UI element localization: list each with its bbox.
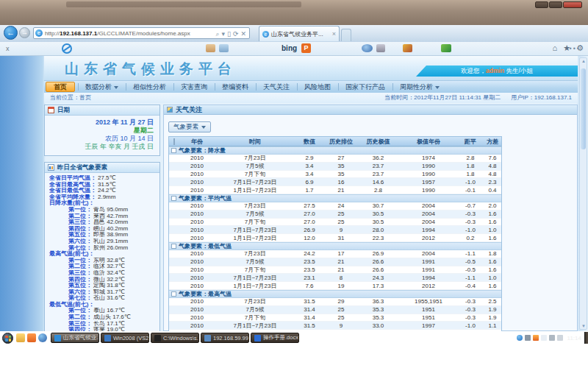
site-title: 山东省气候业务平台 <box>65 60 237 79</box>
nav-item-4[interactable]: 整编资料 <box>215 81 256 93</box>
compatibility-icon[interactable]: ▯ <box>227 30 231 38</box>
more-options-icon[interactable]: ••• <box>570 45 581 52</box>
background-window-controls <box>535 1 582 8</box>
forward-button[interactable]: → <box>19 27 30 38</box>
table-cell: 8 <box>324 275 358 281</box>
nav-item-0[interactable]: 首页 <box>46 82 75 92</box>
tray-network-icon[interactable] <box>549 335 555 341</box>
maximize-icon[interactable] <box>549 1 562 8</box>
nav-item-6[interactable]: 风险地图 <box>297 81 338 93</box>
disc-icon[interactable] <box>362 44 373 52</box>
table-cell: 2010 <box>179 219 215 225</box>
minimize-icon[interactable] <box>535 1 548 8</box>
table-cell: 1.8 <box>459 163 482 169</box>
table-cell: 1994 <box>398 275 459 281</box>
table-cell: 2004 <box>398 250 459 257</box>
window-icon <box>154 335 161 342</box>
scroll-up-icon[interactable]: ▲ <box>581 59 586 63</box>
nav-item-7[interactable]: 国家下行产品 <box>338 81 392 93</box>
scrollbar-thumb[interactable] <box>581 68 586 149</box>
card-icon[interactable] <box>206 44 215 52</box>
bing-badge-icon[interactable]: P <box>301 43 311 53</box>
camera-icon[interactable] <box>376 44 385 52</box>
stat-line: 全省日最高气温：31.5℃ <box>49 182 157 188</box>
chevron-down-icon[interactable]: ▾ <box>221 30 225 38</box>
taskbar-window-4[interactable]: 操作手册.docx ... <box>251 333 299 343</box>
refresh-icon[interactable]: ⟳ <box>233 30 239 38</box>
stop-icon[interactable]: ✕ <box>240 30 246 38</box>
vertical-scrollbar[interactable]: ▲ ▼ <box>579 57 587 330</box>
media-app-icon[interactable] <box>38 333 47 342</box>
table-cell: 4.8 <box>482 171 503 177</box>
table-row: 20107月5候3.43523.719901.84.8 <box>169 163 501 171</box>
close-bar-icon[interactable]: x <box>6 45 10 52</box>
bing-logo[interactable]: bing <box>282 44 297 52</box>
browser-tab[interactable]: e 山东省气候业务平... × <box>259 26 340 41</box>
taskbar-window-1[interactable]: Win2008 (VS2... <box>101 333 149 343</box>
blocked-content-icon[interactable] <box>62 43 72 54</box>
table-cell: 14.6 <box>358 179 398 185</box>
stats-panel-header: 昨日全省气象要素 <box>45 163 159 173</box>
main-navigation: 首页数据分析相似性分析灾害查询整编资料天气关注风险地图国家下行产品周期性分析 <box>44 81 578 93</box>
group-checkbox[interactable] <box>171 244 176 249</box>
app-orange-icon[interactable] <box>27 333 36 342</box>
new-tab-button[interactable] <box>341 29 351 41</box>
table-cell: 2010 <box>179 202 215 209</box>
group-checkbox[interactable] <box>171 196 176 201</box>
browser-toolbar: ← → e http://192.168.137.1/GLCCLIMATE/mo… <box>0 25 588 42</box>
tray-flame-icon[interactable] <box>533 335 539 341</box>
tray-update-icon[interactable] <box>525 335 531 341</box>
select-all-checkbox[interactable] <box>173 138 175 145</box>
table-cell: 2010 <box>179 179 215 185</box>
rocket-icon[interactable] <box>403 44 412 52</box>
taskbar-window-2[interactable]: C:\Windows\s... <box>151 333 199 343</box>
group-label: 气象要素：最高气温 <box>179 290 232 298</box>
mail-icon[interactable] <box>219 44 229 52</box>
table-cell: 26.9 <box>358 250 398 257</box>
nav-item-8[interactable]: 周期性分析 <box>392 81 447 93</box>
window-title: 192.168.59.99... <box>213 335 249 342</box>
table-cell: 7.6 <box>482 155 503 161</box>
folder-icon[interactable] <box>16 333 25 342</box>
taskbar-window-3[interactable]: 192.168.59.99... <box>201 333 249 343</box>
stat-line: 第三位：昌邑 42.0mm <box>49 219 157 226</box>
table-cell: 2010 <box>179 250 215 257</box>
tray-volume-icon[interactable] <box>557 335 563 341</box>
group-checkbox[interactable] <box>171 148 176 153</box>
table-row: 20107月下旬3.43523.719901.84.8 <box>169 171 501 179</box>
table-cell: 1.1 <box>482 322 503 329</box>
table-cell: 9 <box>324 227 358 233</box>
taskbar-window-0[interactable]: 山东省气候业.. <box>51 333 99 343</box>
table-row: 20107月1日~7月23日6.91614.61957-1.02.3 <box>169 178 501 186</box>
table-cell: 7月1日~7月23日 <box>215 226 295 234</box>
table-cell: 2010 <box>179 155 215 161</box>
home-icon[interactable]: ⌂ <box>553 43 558 53</box>
element-filter-button[interactable]: 气象要素 <box>168 121 211 132</box>
tray-ie-icon[interactable] <box>517 335 523 341</box>
group-checkbox[interactable] <box>171 291 176 297</box>
tray-flag-icon[interactable] <box>541 335 547 341</box>
table-cell: 1.8 <box>482 250 503 257</box>
table-cell: -1.0 <box>459 227 482 233</box>
back-button[interactable]: ← <box>4 26 18 40</box>
window-title: C:\Windows\s... <box>163 335 199 342</box>
table-cell: -1.1 <box>459 275 482 281</box>
stat-line: 第六位：郓城 31.7℃ <box>49 289 157 296</box>
table-row: 20107月5候31.42535.31951-0.31.9 <box>169 306 501 314</box>
show-desktop-button[interactable] <box>584 332 588 344</box>
close-icon[interactable] <box>563 1 582 8</box>
tab-close-icon[interactable]: × <box>332 30 336 38</box>
nav-item-2[interactable]: 相似性分析 <box>126 81 173 93</box>
addon-icon[interactable] <box>441 44 451 52</box>
table-row: 20107月23日31.52936.31955,1951-0.32.5 <box>169 298 501 306</box>
nav-item-5[interactable]: 天气关注 <box>256 81 297 93</box>
start-button[interactable] <box>2 333 13 344</box>
table-cell: 0.2 <box>459 235 482 241</box>
address-bar[interactable]: e http://192.168.137.1/GLCCLIMATE/module… <box>33 27 250 39</box>
table-cell: 23.5 <box>295 266 324 273</box>
nav-item-1[interactable]: 数据分析 <box>78 81 126 93</box>
nav-item-3[interactable]: 灾害查询 <box>173 81 215 93</box>
search-icon[interactable]: ⌕ <box>215 30 219 38</box>
table-cell: 2010 <box>179 283 215 289</box>
scroll-down-icon[interactable]: ▼ <box>581 324 586 328</box>
